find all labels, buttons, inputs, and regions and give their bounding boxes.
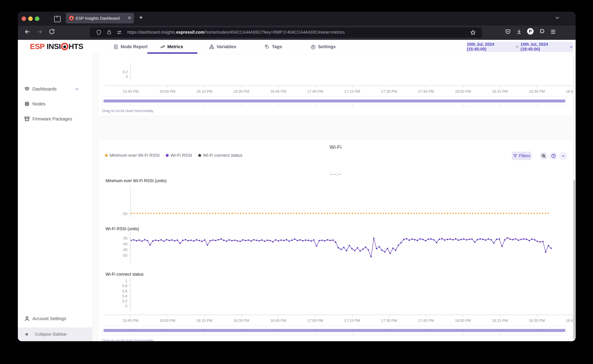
window-close-button[interactable] [22, 16, 26, 21]
wifi-metrics-card: Wi-Fi Minimum ever Wi-Fi RSSI Wi-Fi RSSI… [98, 139, 573, 341]
ruler-tick [131, 104, 131, 106]
tab-variables[interactable]: Variables [209, 40, 236, 54]
x-tick [204, 85, 205, 88]
time-axis-label: 18:00 PM [455, 89, 471, 94]
sidebar-item-dashboards[interactable]: Dashboards [18, 83, 92, 95]
time-axis-label: 18:30 PM [529, 318, 545, 323]
new-tab-button[interactable]: + [139, 14, 143, 21]
ruler-tick [426, 104, 426, 106]
legend-item[interactable]: Minimum ever Wi-Fi RSSI [105, 153, 160, 158]
sidebar-item-firmware-packages[interactable]: Firmware Packages [18, 113, 92, 125]
sidebar-item-nodes[interactable]: Nodes [18, 98, 92, 110]
collapse-section-button[interactable] [559, 152, 567, 160]
chart-title: Minimum ever Wi-Fi RSSI (units) [106, 178, 167, 183]
help-button[interactable] [549, 152, 558, 160]
tab-overflow-chevron-icon[interactable] [555, 15, 560, 20]
y-tick-label: -55 [117, 212, 127, 216]
back-button[interactable] [24, 28, 31, 35]
tag-icon [264, 44, 270, 49]
chevron-up-icon [561, 154, 566, 158]
time-axis-label: 16:15 PM [196, 89, 212, 94]
tab-settings[interactable]: Settings [310, 40, 336, 54]
x-tick [204, 315, 205, 317]
x-tick [389, 85, 389, 88]
funnel-icon [513, 154, 517, 158]
ruler-tick [315, 104, 316, 106]
scrollbar-ruler [102, 104, 566, 106]
tab-metrics[interactable]: Metrics [160, 40, 183, 54]
y-tick-label: 0.4 [117, 294, 127, 298]
chart-horizontal-scrollbar[interactable] [102, 326, 567, 336]
forward-button[interactable] [36, 28, 43, 35]
bookmark-star-icon[interactable] [470, 30, 476, 35]
x-tick [278, 315, 279, 317]
browser-tab[interactable]: ESP Insights Dashboard ✕ [66, 13, 134, 23]
filters-button[interactable]: Filters [512, 152, 531, 160]
ruler-tick [352, 104, 353, 106]
downloads-icon[interactable] [516, 29, 522, 35]
ruler-tick [500, 104, 500, 106]
sidebar: Dashboards Nodes Firmware Packages Accou… [18, 54, 92, 341]
pocket-icon[interactable] [505, 29, 511, 35]
x-tick [352, 85, 352, 88]
collapse-sidebar-button[interactable]: « Collapse Sidebar [18, 328, 92, 341]
scrollbar-thumb[interactable] [104, 99, 565, 103]
y-tick-label: 0.2 [117, 299, 127, 303]
x-tick [315, 315, 316, 317]
time-axis-label: 18:15 PM [492, 318, 508, 323]
page-vertical-scrollbar[interactable] [573, 54, 576, 341]
scrollbar-ruler [102, 333, 566, 336]
x-tick [463, 315, 463, 317]
x-tick [500, 315, 500, 317]
menu-hamburger-icon[interactable] [550, 29, 556, 35]
y-tick [129, 76, 130, 77]
time-axis-label: 16:15 PM [196, 318, 212, 323]
esp-insights-logo[interactable]: ESP INSIHTS [30, 42, 83, 51]
ruler-tick [537, 104, 537, 106]
lock-icon[interactable] [106, 30, 112, 35]
tab-tags[interactable]: Tags [264, 40, 282, 54]
y-tick [129, 72, 130, 72]
ruler-tick [315, 334, 316, 335]
permissions-sliders-icon[interactable] [117, 30, 122, 35]
reload-button[interactable] [49, 28, 55, 35]
legend-item[interactable]: Wi-Fi connect status [198, 153, 242, 158]
window-minimize-button[interactable] [28, 16, 33, 21]
extensions-puzzle-icon[interactable] [539, 29, 545, 35]
time-axis-label: 18:15 PM [492, 89, 508, 94]
y-tick-label: -35 [117, 236, 127, 240]
min-rssi-dotted-line [131, 213, 549, 214]
page-scrollbar-thumb[interactable] [573, 180, 575, 339]
time-axis-label: 17:30 PM [381, 89, 397, 94]
tab-node-report[interactable]: Node Report [113, 40, 148, 54]
tab-close-icon[interactable]: ✕ [128, 15, 131, 20]
firefox-view-icon[interactable] [54, 16, 61, 22]
y-tick-label: -45 [117, 247, 127, 252]
ruler-tick [241, 104, 242, 106]
previous-metric-chart-card: 0.2 0 15:45 PM16:00 PM16:15 PM16:30 PM16… [98, 47, 573, 116]
legend-item[interactable]: Wi-Fi RSSI [166, 153, 192, 158]
time-axis: 15:45 PM16:00 PM16:15 PM16:30 PM16:45 PM… [98, 85, 573, 95]
sidebar-item-account-settings[interactable]: Account Settings [18, 312, 92, 325]
x-tick [130, 85, 131, 88]
extension-p-badge-icon[interactable]: P [527, 28, 534, 35]
zoom-in-button[interactable] [540, 152, 548, 160]
date-range-picker[interactable]: 10th Jul, 2024 (15:45:00) > 10th Jul, 20… [467, 42, 573, 52]
chart-horizontal-scrollbar[interactable] [102, 96, 567, 106]
y-tick [129, 301, 130, 301]
url-bar[interactable]: https://dashboard.insights.espressif.com… [90, 27, 482, 38]
x-tick [241, 85, 241, 88]
ruler-tick [131, 334, 131, 335]
chevron-down-icon [569, 45, 573, 49]
ruler-tick [278, 104, 279, 106]
time-axis-label: 16:00 PM [159, 89, 175, 94]
time-axis-label: 17:45 PM [418, 318, 434, 323]
window-zoom-button[interactable] [35, 16, 39, 21]
time-axis-label: 18:00 PM [455, 318, 471, 323]
scrollbar-thumb[interactable] [104, 329, 565, 332]
shield-icon[interactable] [96, 30, 102, 35]
ruler-tick [389, 334, 390, 335]
y-tick-label: 0.8 [117, 284, 127, 288]
site-favicon-icon [69, 15, 74, 20]
drag-hint: Drag to scroll chart horizontally [102, 338, 153, 341]
